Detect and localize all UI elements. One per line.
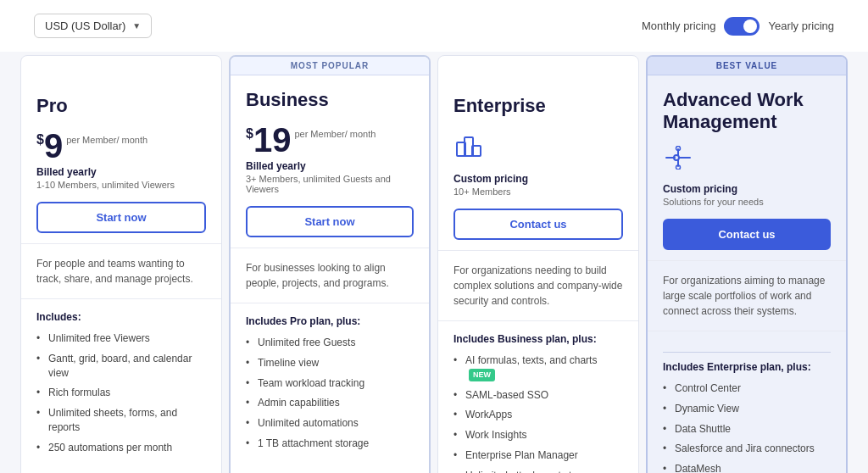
feature-item: Unlimited attachment storage xyxy=(453,469,623,473)
plan-features-pro: Includes: Unlimited free ViewersGantt, g… xyxy=(21,298,221,473)
price-per-pro: per Member/ month xyxy=(66,134,147,147)
plan-name-advanced: Advanced Work Management xyxy=(663,89,831,133)
plan-price-pro: $ 9 per Member/ month xyxy=(36,129,206,163)
plan-name-enterprise: Enterprise xyxy=(453,95,623,117)
features-title-pro: Includes: xyxy=(36,311,206,323)
feature-item: Admin capabilities xyxy=(246,396,414,410)
features-title-business: Includes Pro plan, plus: xyxy=(246,315,414,327)
features-title-advanced: Includes Enterprise plan, plus: xyxy=(663,361,831,373)
feature-item: AI formulas, texts, and chartsNEW xyxy=(453,353,623,382)
features-list-enterprise: AI formulas, texts, and chartsNEWSAML-ba… xyxy=(453,353,623,473)
features-list-advanced: Control CenterDynamic ViewData ShuttleSa… xyxy=(663,381,831,473)
price-per-business: per Member/ month xyxy=(294,128,376,141)
pricing-toggle-group: Monthly pricing Yearly pricing xyxy=(642,17,834,36)
plan-icon-enterprise xyxy=(453,129,623,166)
feature-item: DataMesh xyxy=(663,462,831,473)
plans-grid: Pro $ 9 per Member/ month Billed yearly … xyxy=(0,52,868,473)
feature-item: Work Insights xyxy=(453,428,623,442)
plan-header-enterprise: Enterprise Custom pricing 10+ Members Co… xyxy=(438,81,638,250)
plan-price-business: $ 19 per Member/ month xyxy=(246,123,414,157)
feature-item: Enterprise Plan Manager xyxy=(453,448,623,463)
plan-name-pro: Pro xyxy=(36,95,206,117)
plan-header-pro: Pro $ 9 per Member/ month Billed yearly … xyxy=(21,81,221,243)
feature-item: Salesforce and Jira connectors xyxy=(663,442,831,456)
feature-item: 250 automations per month xyxy=(36,441,206,455)
currency-selector[interactable]: USD (US Dollar) ▼ xyxy=(34,14,152,38)
cta-button-business[interactable]: Start now xyxy=(246,206,414,237)
features-title-enterprise: Includes Business plan, plus: xyxy=(453,333,623,345)
feature-item: Unlimited free Guests xyxy=(246,336,414,350)
custom-sub-advanced: Solutions for your needs xyxy=(663,197,831,207)
new-badge: NEW xyxy=(469,369,495,381)
pricing-toggle-switch[interactable] xyxy=(724,17,760,36)
plan-description-pro: For people and teams wanting to track, s… xyxy=(21,243,221,298)
feature-item: Unlimited sheets, forms, and reports xyxy=(36,406,206,435)
plan-features-advanced: Includes Enterprise plan, plus: Control … xyxy=(648,331,846,473)
currency-label: USD (US Dollar) xyxy=(45,19,125,32)
plan-features-enterprise: Includes Business plan, plus: AI formula… xyxy=(438,320,638,473)
feature-item: Rich formulas xyxy=(36,386,206,400)
features-list-business: Unlimited free GuestsTimeline viewTeam w… xyxy=(246,336,414,451)
badge-placeholder-pro xyxy=(21,56,221,81)
svg-point-9 xyxy=(676,165,681,170)
billed-title-pro: Billed yearly xyxy=(36,166,206,178)
plan-header-advanced: Advanced Work Management Custom pricing … xyxy=(648,75,846,260)
top-bar: USD (US Dollar) ▼ Monthly pricing Yearly… xyxy=(0,0,868,52)
plan-description-enterprise: For organizations needing to build compl… xyxy=(438,250,638,320)
cta-button-pro[interactable]: Start now xyxy=(36,202,206,233)
custom-pricing-advanced: Custom pricing xyxy=(663,183,831,195)
price-amount-pro: 9 xyxy=(44,129,63,163)
plan-badge-business: MOST POPULAR xyxy=(231,57,429,75)
monthly-label: Monthly pricing xyxy=(642,19,715,32)
plan-description-business: For businesses looking to align people, … xyxy=(231,248,429,303)
plan-card-enterprise: Enterprise Custom pricing 10+ Members Co… xyxy=(437,55,639,473)
feature-item: SAML-based SSO xyxy=(453,388,623,403)
feature-item: Gantt, grid, board, and calendar view xyxy=(36,352,206,381)
badge-placeholder-enterprise xyxy=(438,56,638,81)
feature-item: Unlimited free Viewers xyxy=(36,331,206,346)
plan-features-business: Includes Pro plan, plus: Unlimited free … xyxy=(231,303,429,473)
plan-card-pro: Pro $ 9 per Member/ month Billed yearly … xyxy=(20,55,222,473)
cta-button-enterprise[interactable]: Contact us xyxy=(453,209,623,240)
plan-icon-advanced xyxy=(663,145,831,176)
plan-card-business: MOST POPULAR Business $ 19 per Member/ m… xyxy=(229,55,431,473)
feature-item: Timeline view xyxy=(246,356,414,370)
yearly-label: Yearly pricing xyxy=(768,19,834,32)
feature-item: 1 TB attachment storage xyxy=(246,437,414,451)
custom-pricing-enterprise: Custom pricing xyxy=(453,173,623,185)
price-dollar-business: $ xyxy=(246,126,253,142)
feature-item: WorkApps xyxy=(453,408,623,422)
price-amount-business: 19 xyxy=(253,123,292,157)
features-list-pro: Unlimited free ViewersGantt, grid, board… xyxy=(36,331,206,455)
plan-name-business: Business xyxy=(246,89,414,111)
plan-header-business: Business $ 19 per Member/ month Billed y… xyxy=(231,75,429,248)
billed-sub-business: 3+ Members, unlimited Guests and Viewers xyxy=(246,174,414,194)
chevron-down-icon: ▼ xyxy=(132,21,141,31)
feature-item: Dynamic View xyxy=(663,402,831,416)
cta-button-advanced[interactable]: Contact us xyxy=(663,219,831,250)
billed-sub-pro: 1-10 Members, unlimited Viewers xyxy=(36,180,206,190)
feature-item: Data Shuttle xyxy=(663,422,831,437)
feature-item: Unlimited automations xyxy=(246,416,414,431)
plan-badge-advanced: BEST VALUE xyxy=(648,57,846,75)
billed-title-business: Billed yearly xyxy=(246,160,414,172)
custom-sub-enterprise: 10+ Members xyxy=(453,186,623,197)
price-dollar-pro: $ xyxy=(36,132,44,147)
feature-item: Control Center xyxy=(663,381,831,396)
feature-item: Team workload tracking xyxy=(246,376,414,391)
plan-card-advanced: BEST VALUE Advanced Work Management Cust… xyxy=(646,55,848,473)
plan-description-advanced: For organizations aiming to manage large… xyxy=(648,260,846,331)
